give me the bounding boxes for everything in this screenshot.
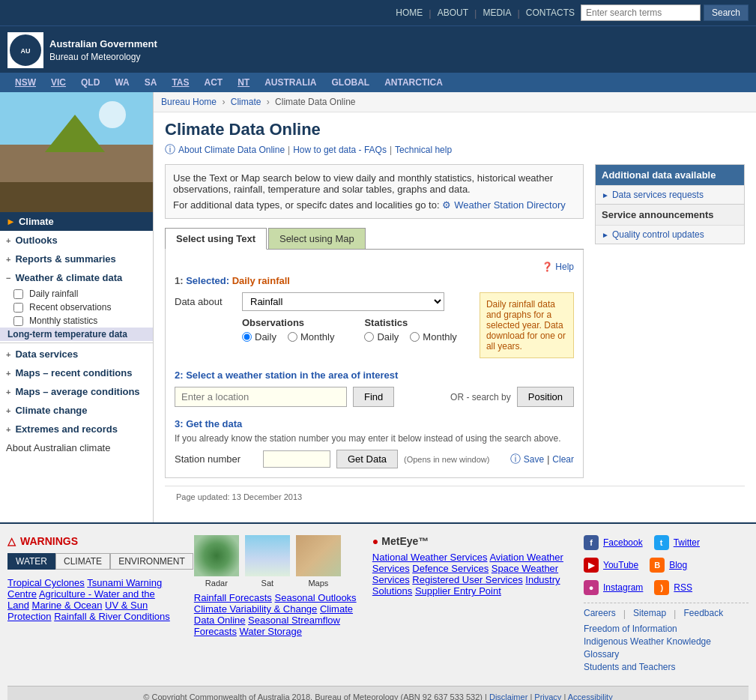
obs-monthly-label[interactable]: Monthly	[288, 331, 335, 343]
sidebar-item-data-services[interactable]: + Data services	[0, 345, 153, 363]
location-input[interactable]	[175, 387, 347, 407]
sidebar-item-maps-average[interactable]: + Maps – average conditions	[0, 382, 153, 401]
breadcrumb-home[interactable]: Bureau Home	[161, 97, 217, 107]
warnings-tab-environment[interactable]: ENVIRONMENT	[110, 553, 193, 570]
quality-control-link[interactable]: Quality control updates	[612, 229, 704, 240]
social-twitter[interactable]: t Twitter	[654, 535, 700, 550]
glossary-link[interactable]: Glossary	[584, 649, 749, 660]
breadcrumb-climate[interactable]: Climate	[231, 97, 261, 107]
region-vic[interactable]: VIC	[43, 73, 73, 92]
footer-tropical-cyclones[interactable]: Tropical Cyclones	[7, 577, 85, 588]
sidebar-sub-daily-rainfall[interactable]: Daily rainfall	[0, 287, 153, 301]
top-nav-home[interactable]: HOME	[396, 7, 423, 18]
students-link[interactable]: Students and Teachers	[584, 662, 749, 672]
careers-link[interactable]: Careers	[584, 608, 616, 619]
sidebar-item-weather-climate[interactable]: − Weather & climate data	[0, 268, 153, 287]
region-australia[interactable]: AUSTRALIA	[257, 73, 324, 92]
top-nav-media[interactable]: MEDIA	[483, 7, 511, 18]
checkbox-recent-obs[interactable]	[13, 303, 23, 313]
data-about-select[interactable]: RainfallTemperatureSolarWindHumidity	[242, 292, 444, 311]
warnings-tab-water[interactable]: WATER	[7, 553, 55, 570]
region-wa[interactable]: WA	[107, 73, 136, 92]
sidebar-sub-monthly-stats[interactable]: Monthly statistics	[0, 314, 153, 328]
sidebar-item-about-aust[interactable]: About Australian climate	[0, 438, 153, 457]
region-qld[interactable]: QLD	[73, 73, 107, 92]
social-youtube[interactable]: ▶ YouTube	[584, 558, 638, 573]
top-nav-contacts[interactable]: CONTACTS	[526, 7, 575, 18]
footer-rainfall-forecasts[interactable]: Rainfall Forecasts	[194, 592, 272, 603]
footer-seasonal-outlooks[interactable]: Seasonal Outlooks	[275, 592, 357, 603]
instagram-link[interactable]: Instagram	[603, 582, 643, 593]
sidebar-sub-recent-obs[interactable]: Recent observations	[0, 301, 153, 314]
top-nav-about[interactable]: ABOUT	[438, 7, 468, 18]
stats-daily-label[interactable]: Daily	[364, 331, 399, 343]
clear-link[interactable]: Clear	[552, 454, 574, 465]
region-sa[interactable]: SA	[137, 73, 165, 92]
position-button[interactable]: Position	[517, 387, 574, 407]
disclaimer-link[interactable]: Disclaimer	[489, 693, 527, 700]
youtube-link[interactable]: YouTube	[603, 560, 638, 570]
help-link[interactable]: ❓ Help	[175, 262, 574, 272]
sidebar-item-climate[interactable]: ► Climate	[0, 212, 153, 231]
wsd-link[interactable]: ⚙ Weather Station Directory	[442, 199, 566, 211]
sidebar-item-extremes[interactable]: + Extremes and records	[0, 420, 153, 438]
accessibility-link[interactable]: Accessibility	[568, 693, 613, 700]
region-act[interactable]: ACT	[196, 73, 230, 92]
feedback-link[interactable]: Feedback	[684, 608, 724, 619]
footer-water-storage[interactable]: Water Storage	[240, 626, 302, 637]
footer-climate-variability[interactable]: Climate Variability & Change	[194, 603, 318, 615]
data-services-item[interactable]: ► Data services requests	[596, 185, 744, 204]
data-services-link[interactable]: Data services requests	[612, 190, 704, 200]
social-instagram[interactable]: ● Instagram	[584, 580, 643, 595]
footer-supplier[interactable]: Supplier Entry Point	[415, 585, 501, 597]
warnings-tab-climate[interactable]: CLIMATE	[55, 553, 110, 570]
tab-map[interactable]: Select using Map	[268, 228, 366, 249]
stats-monthly-radio[interactable]	[410, 332, 420, 342]
facebook-link[interactable]: Facebook	[603, 537, 643, 548]
region-nsw[interactable]: NSW	[7, 73, 43, 92]
tab-text[interactable]: Select using Text	[165, 228, 267, 250]
get-data-button[interactable]: Get Data	[336, 450, 398, 468]
stats-daily-radio[interactable]	[364, 332, 374, 342]
checkbox-monthly-stats[interactable]	[13, 316, 23, 326]
search-button[interactable]: Search	[704, 4, 749, 21]
footer-registered-users[interactable]: Registered User Services	[412, 574, 522, 585]
social-facebook[interactable]: f Facebook	[584, 535, 643, 550]
obs-daily-label[interactable]: Daily	[242, 331, 276, 343]
social-blog[interactable]: B Blog	[650, 558, 687, 573]
footer-national-weather[interactable]: National Weather Services	[372, 552, 488, 563]
station-number-input[interactable]	[263, 450, 330, 468]
search-input[interactable]	[581, 4, 701, 21]
info-link-technical[interactable]: Technical help	[395, 145, 452, 155]
region-tas[interactable]: TAS	[164, 73, 196, 92]
region-nt[interactable]: NT	[230, 73, 257, 92]
region-global[interactable]: GLOBAL	[324, 73, 377, 92]
privacy-link[interactable]: Privacy	[534, 693, 561, 700]
find-button[interactable]: Find	[353, 387, 394, 407]
footer-defence[interactable]: Defence Services	[412, 563, 489, 574]
blog-link[interactable]: Blog	[669, 560, 687, 570]
stats-monthly-label[interactable]: Monthly	[410, 331, 457, 343]
checkbox-daily-rainfall[interactable]	[13, 289, 23, 299]
rss-link[interactable]: RSS	[674, 582, 692, 593]
footer-marine[interactable]: Marine & Ocean	[32, 600, 103, 611]
service-announcements-title: Service announcements	[596, 204, 744, 225]
sidebar-item-reports[interactable]: + Reports & summaries	[0, 250, 153, 268]
sidebar-item-outlooks[interactable]: + Outlooks	[0, 231, 153, 250]
quality-control-item[interactable]: ► Quality control updates	[596, 225, 744, 244]
sidebar-sub-longterm[interactable]: Long-term temperature data	[0, 328, 153, 341]
info-link-about[interactable]: About Climate Data Online	[178, 145, 285, 155]
region-antarctica[interactable]: ANTARCTICA	[377, 73, 450, 92]
sidebar-item-climate-change[interactable]: + Climate change	[0, 401, 153, 420]
obs-daily-radio[interactable]	[242, 332, 252, 342]
social-rss[interactable]: ) RSS	[654, 580, 692, 595]
obs-monthly-radio[interactable]	[288, 332, 297, 342]
footer-rainfall-river[interactable]: Rainfall & River Conditions	[54, 611, 170, 622]
twitter-link[interactable]: Twitter	[674, 537, 700, 548]
save-link[interactable]: Save	[524, 454, 544, 465]
sitemap-link[interactable]: Sitemap	[633, 608, 666, 619]
info-link-faq[interactable]: How to get data - FAQs	[293, 145, 387, 155]
foi-link[interactable]: Freedom of Information	[584, 624, 749, 634]
sidebar-item-maps-recent[interactable]: + Maps – recent conditions	[0, 363, 153, 382]
indigenous-link[interactable]: Indigenous Weather Knowledge	[584, 636, 749, 647]
